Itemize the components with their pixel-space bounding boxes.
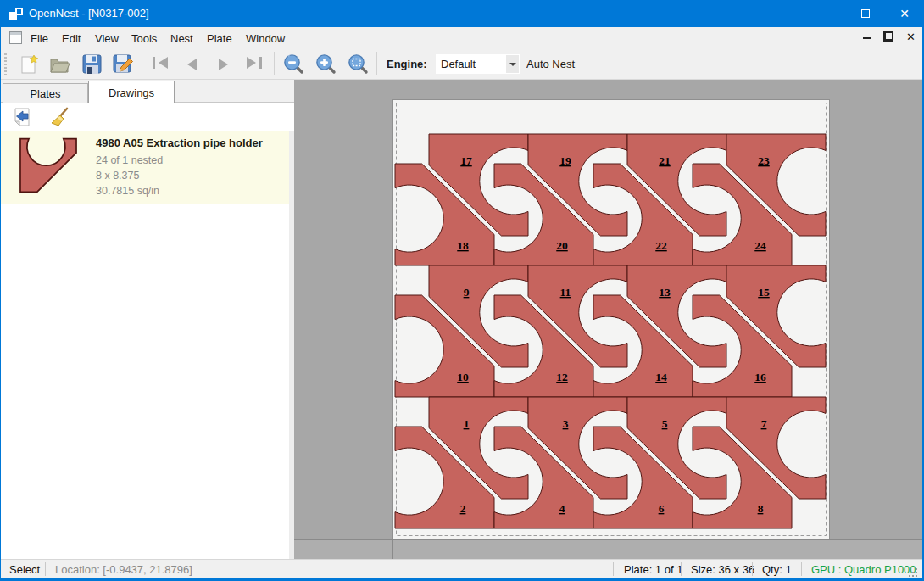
last-plate-button[interactable] (242, 52, 267, 76)
part-number-label: 19 (559, 154, 571, 167)
resize-grip[interactable] (907, 567, 917, 577)
part-number-label: 22 (655, 239, 667, 252)
drawing-nested-count: 24 of 1 nested (96, 154, 163, 166)
drawing-size: 8 x 8.375 (96, 170, 139, 182)
window-minimize-button[interactable] (807, 0, 846, 27)
part-number-label: 20 (556, 239, 568, 252)
main-toolbar: Engine: Default Auto Nest (1, 48, 922, 80)
part-number-label: 16 (754, 371, 766, 383)
toolbar-grip[interactable] (4, 53, 7, 75)
open-folder-icon (49, 55, 71, 74)
status-mode: Select (9, 563, 40, 576)
window-title: OpenNest - [N0317-002] (29, 7, 149, 20)
mdi-window-controls: ✕ (854, 31, 916, 45)
auto-nest-button[interactable]: Auto Nest (526, 58, 575, 70)
status-gpu: GPU : Quadro P1000 (811, 563, 916, 576)
save-button[interactable] (79, 52, 104, 76)
go-first-icon (153, 57, 168, 71)
menu-tools[interactable]: Tools (125, 30, 163, 47)
zoom-in-button[interactable] (313, 52, 338, 76)
tab-drawings[interactable]: Drawings (88, 81, 175, 103)
part-number-label: 14 (655, 371, 667, 383)
maximize-icon (861, 9, 870, 18)
menu-file[interactable]: File (25, 30, 54, 47)
zoom-in-icon (315, 53, 337, 75)
return-arrow-document-icon (12, 107, 32, 127)
content-area: Plates Drawings (1, 80, 922, 559)
application-window: OpenNest - [N0317-002] ✕ File Edit View … (0, 0, 924, 581)
clean-button[interactable] (47, 105, 72, 128)
open-button[interactable] (47, 52, 73, 76)
part-number-label: 15 (758, 286, 770, 299)
engine-combobox[interactable]: Default (436, 54, 520, 74)
part-number-label: 1 (464, 417, 470, 430)
part-number-label: 3 (563, 417, 569, 430)
combo-arrow-box[interactable] (506, 55, 519, 73)
part-number-label: 2 (460, 502, 466, 515)
zoom-fit-button[interactable] (345, 52, 370, 76)
first-plate-button[interactable] (148, 52, 173, 76)
drawings-list: 4980 A05 Extraction pipe holder 24 of 1 … (1, 131, 289, 559)
drawing-title: 4980 A05 Extraction pipe holder (96, 137, 263, 149)
menu-window[interactable]: Window (240, 30, 291, 47)
engine-value: Default (441, 58, 476, 70)
menu-view[interactable]: View (89, 30, 125, 47)
panel-toolbar (1, 103, 294, 130)
part-number-label: 18 (457, 239, 469, 252)
mdi-minimize-icon[interactable] (863, 37, 871, 39)
panel-toolbar-separator (42, 106, 42, 127)
drawing-list-item[interactable]: 4980 A05 Extraction pipe holder 24 of 1 … (1, 131, 289, 204)
new-button[interactable] (16, 52, 42, 76)
part-number-label: 4 (559, 502, 565, 515)
window-close-button[interactable]: ✕ (885, 0, 924, 27)
chevron-down-icon (509, 63, 516, 66)
mdi-close-icon[interactable]: ✕ (906, 31, 916, 43)
zoom-out-button[interactable] (281, 52, 306, 76)
part-number-label: 23 (758, 154, 770, 167)
part-number-label: 17 (460, 154, 472, 167)
engine-label: Engine: (387, 58, 427, 70)
part-number-label: 5 (662, 417, 668, 430)
mdi-restore-icon[interactable] (884, 31, 893, 41)
drawing-area: 30.7815 sq/in (96, 185, 159, 197)
app-logo-icon (9, 7, 23, 20)
part-number-label: 6 (659, 502, 665, 515)
return-part-button[interactable] (9, 105, 35, 128)
go-previous-icon (187, 59, 197, 70)
panel-tabstrip: Plates Drawings (1, 80, 294, 103)
status-bar: Select Location: [-0.9437, 21.8796] Plat… (1, 559, 922, 578)
part-thumbnail (19, 137, 77, 193)
nest-canvas[interactable]: 182022241719212310121416911131524681357 (294, 80, 922, 559)
status-plate: Plate: 1 of 1 (624, 563, 682, 576)
go-next-icon (219, 59, 228, 70)
next-plate-button[interactable] (210, 52, 236, 76)
tab-plates[interactable]: Plates (3, 83, 88, 103)
left-panel: Plates Drawings (1, 80, 294, 559)
menu-bar: File Edit View Tools Nest Plate Window ✕ (1, 27, 922, 48)
previous-plate-button[interactable] (179, 52, 204, 76)
part-number-label: 8 (758, 502, 764, 515)
save-as-button[interactable] (110, 52, 136, 76)
part-number-label: 9 (464, 286, 470, 299)
status-location: Location: [-0.9437, 21.8796] (55, 563, 192, 576)
broom-icon (49, 107, 70, 127)
close-icon: ✕ (899, 8, 910, 20)
window-maximize-button[interactable] (846, 0, 885, 27)
plate-view: 182022241719212310121416911131524681357 (294, 80, 922, 559)
part-number-label: 21 (659, 154, 671, 167)
mdi-document-icon[interactable] (9, 31, 22, 44)
save-edit-disk-icon (113, 54, 133, 75)
status-size: Size: 36 x 36 (691, 563, 754, 576)
zoom-fit-icon (348, 53, 369, 75)
part-number-label: 13 (659, 286, 671, 299)
save-disk-icon (82, 54, 102, 74)
menu-nest[interactable]: Nest (164, 30, 199, 47)
part-number-label: 11 (560, 286, 571, 299)
title-bar[interactable]: OpenNest - [N0317-002] ✕ (0, 0, 924, 27)
menu-plate[interactable]: Plate (201, 30, 238, 47)
minimize-icon (822, 14, 832, 14)
menu-edit[interactable]: Edit (56, 30, 86, 47)
part-number-label: 24 (754, 239, 766, 252)
part-number-label: 12 (556, 371, 568, 383)
new-document-icon (19, 54, 38, 75)
